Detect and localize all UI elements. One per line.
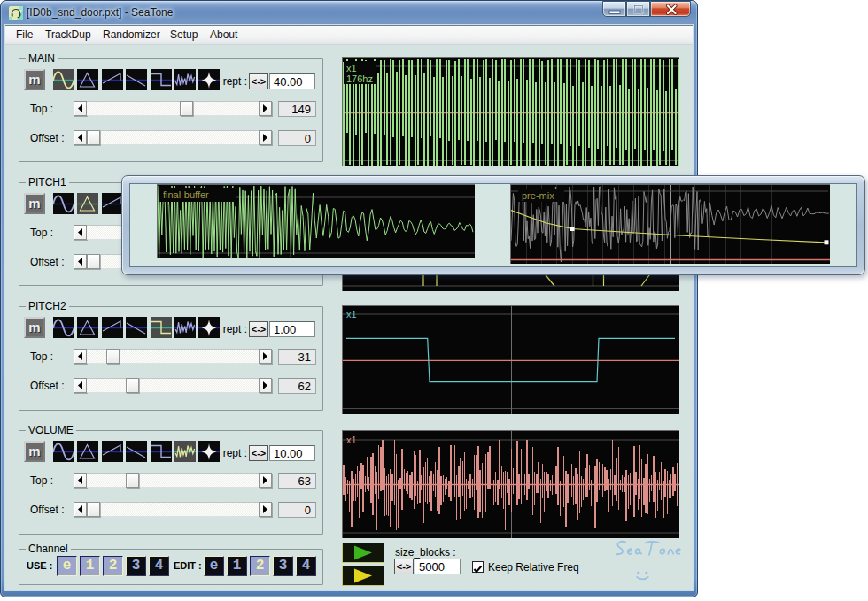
svg-text:176hz: 176hz — [346, 73, 373, 84]
svg-text:x1: x1 — [346, 63, 357, 73]
svg-text:pre-mix: pre-mix — [522, 190, 554, 201]
svg-text:final-buffer: final-buffer — [163, 189, 209, 200]
svg-text:x1: x1 — [346, 309, 357, 320]
svg-text:x1: x1 — [346, 435, 357, 445]
